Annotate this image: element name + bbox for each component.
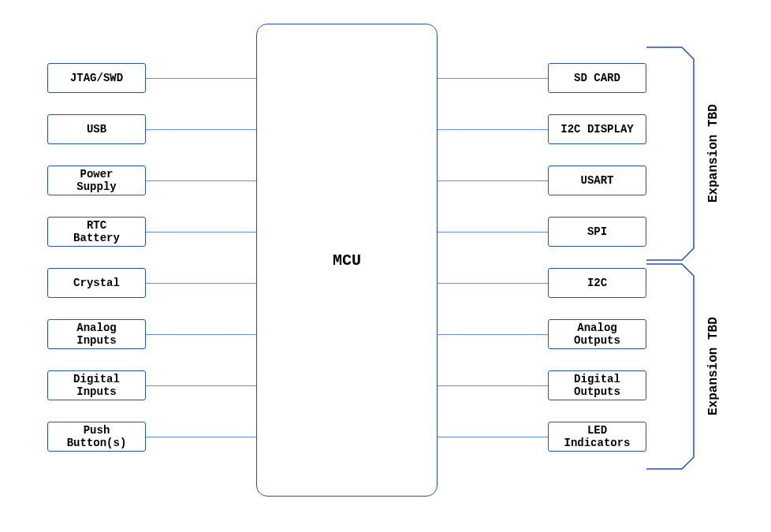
left-block-jtag-swd: JTAG/SWD	[47, 63, 146, 93]
left-block-digital-inputs: Digital Inputs	[47, 370, 146, 400]
connector	[438, 78, 548, 79]
connector	[438, 232, 548, 233]
connector	[438, 437, 548, 437]
right-block-usart: USART	[548, 166, 646, 195]
block-label: I2C DISPLAY	[561, 123, 633, 136]
connector	[146, 334, 256, 335]
left-block-crystal: Crystal	[47, 268, 146, 298]
right-block-i2c: I2C	[548, 268, 646, 298]
right-block-analog-outputs: Analog Outputs	[548, 319, 646, 349]
block-label: Digital Outputs	[574, 373, 620, 398]
right-block-led-indicators: LED Indicators	[548, 422, 646, 452]
block-label: LED Indicators	[564, 424, 630, 449]
mcu-label: MCU	[333, 251, 361, 270]
connector	[146, 232, 256, 233]
block-label: SD CARD	[574, 72, 620, 84]
block-label: Digital Inputs	[73, 373, 120, 398]
block-label: Push Button(s)	[67, 424, 127, 449]
expansion-top-label: Expansion TBD	[706, 47, 721, 260]
mcu-block: MCU	[256, 24, 438, 497]
block-diagram: MCU JTAG/SWD USB Power Supply RTC Batter…	[0, 0, 771, 532]
connector	[146, 180, 256, 181]
right-block-sd-card: SD CARD	[548, 63, 646, 93]
block-label: Crystal	[73, 277, 120, 289]
connector	[146, 129, 256, 130]
bracket-bottom	[646, 264, 694, 469]
block-label: USART	[580, 174, 613, 187]
block-label: Analog Inputs	[76, 322, 116, 347]
connector	[438, 180, 548, 181]
connector	[438, 385, 548, 386]
connector	[146, 437, 256, 437]
right-block-i2c-display: I2C DISPLAY	[548, 114, 646, 144]
connector	[438, 283, 548, 284]
left-block-rtc-battery: RTC Battery	[47, 217, 146, 247]
block-label: JTAG/SWD	[70, 72, 123, 84]
left-block-power-supply: Power Supply	[47, 166, 146, 195]
right-block-spi: SPI	[548, 217, 646, 247]
left-block-usb: USB	[47, 114, 146, 144]
left-block-analog-inputs: Analog Inputs	[47, 319, 146, 349]
block-label: Power Supply	[76, 168, 116, 193]
block-label: RTC Battery	[73, 219, 120, 244]
connector	[438, 129, 548, 130]
connector	[146, 78, 256, 79]
connector	[146, 283, 256, 284]
block-label: Analog Outputs	[574, 322, 620, 347]
block-label: I2C	[587, 277, 607, 289]
connector	[146, 385, 256, 386]
block-label: USB	[87, 123, 106, 136]
connector	[438, 334, 548, 335]
bracket-top	[646, 47, 694, 260]
right-block-digital-outputs: Digital Outputs	[548, 370, 646, 400]
expansion-bottom-label: Expansion TBD	[706, 264, 721, 469]
left-block-push-buttons: Push Button(s)	[47, 422, 146, 452]
block-label: SPI	[587, 225, 607, 238]
